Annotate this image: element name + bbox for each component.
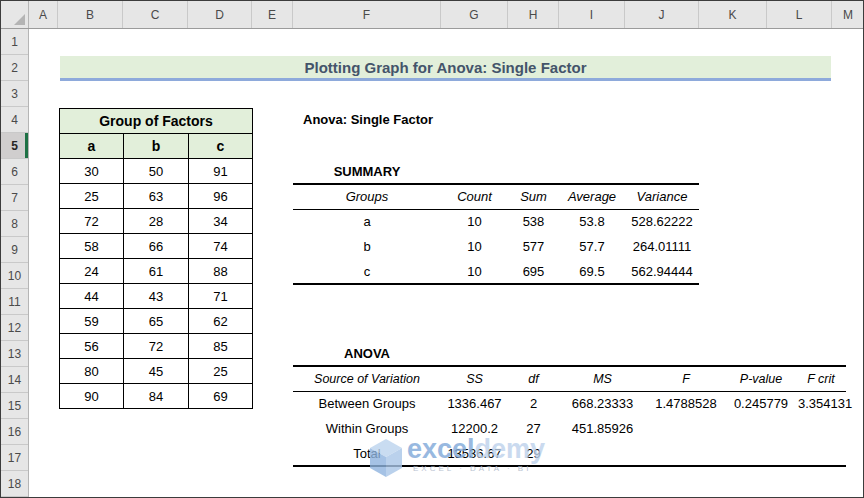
cell[interactable]: 56 — [60, 334, 124, 359]
cell[interactable]: Within Groups — [293, 416, 441, 441]
cell[interactable]: F crit — [796, 366, 846, 391]
cell[interactable]: 695 — [508, 259, 559, 284]
cell[interactable]: 43 — [124, 284, 189, 309]
row-header-11[interactable]: 11 — [1, 289, 28, 315]
cell[interactable]: 29 — [508, 441, 559, 466]
column-header-K[interactable]: K — [699, 1, 767, 28]
cell[interactable]: 80 — [60, 359, 124, 384]
cell[interactable]: 61 — [124, 259, 189, 284]
cell[interactable]: 72 — [124, 334, 189, 359]
row-header-9[interactable]: 9 — [1, 237, 28, 263]
cell[interactable]: 3.354131 — [796, 391, 846, 416]
column-header-M[interactable]: M — [832, 1, 864, 28]
cell[interactable]: 24 — [60, 259, 124, 284]
column-header-D[interactable]: D — [188, 1, 252, 28]
cell[interactable]: 91 — [189, 159, 253, 184]
cell[interactable]: 66 — [124, 234, 189, 259]
cell[interactable]: 65 — [124, 309, 189, 334]
group-table-title-cell[interactable]: Group of Factors — [60, 109, 253, 134]
row-header-12[interactable]: 12 — [1, 315, 28, 341]
cell[interactable]: Between Groups — [293, 391, 441, 416]
column-header-E[interactable]: E — [252, 1, 293, 28]
summary-label-cell[interactable]: SUMMARY — [293, 159, 441, 185]
column-header-J[interactable]: J — [625, 1, 699, 28]
cell[interactable]: P-value — [726, 366, 796, 391]
cell[interactable]: Variance — [625, 184, 699, 209]
cell[interactable]: Total — [293, 441, 441, 466]
column-header-F[interactable]: F — [293, 1, 441, 28]
column-header-I[interactable]: I — [559, 1, 625, 28]
cell[interactable]: 562.94444 — [625, 259, 699, 284]
cell[interactable]: 2 — [508, 391, 559, 416]
cell[interactable]: 72 — [60, 209, 124, 234]
cell[interactable]: 264.01111 — [625, 234, 699, 259]
cell[interactable]: SS — [441, 366, 508, 391]
cell[interactable]: 45 — [124, 359, 189, 384]
cell[interactable]: Count — [441, 184, 508, 209]
cell[interactable]: Sum — [508, 184, 559, 209]
cell[interactable]: 25 — [189, 359, 253, 384]
cell[interactable]: 25 — [60, 184, 124, 209]
cell[interactable]: 27 — [508, 416, 559, 441]
row-header-3[interactable]: 3 — [1, 81, 28, 107]
cell[interactable]: 12200.2 — [441, 416, 508, 441]
cell[interactable]: 74 — [189, 234, 253, 259]
cell[interactable]: 85 — [189, 334, 253, 359]
cell[interactable]: 538 — [508, 209, 559, 234]
column-header-B[interactable]: B — [58, 1, 123, 28]
column-header-L[interactable]: L — [767, 1, 832, 28]
cell[interactable]: 88 — [189, 259, 253, 284]
cell[interactable]: b — [124, 134, 189, 159]
cell[interactable]: 1.4788528 — [646, 391, 726, 416]
cell[interactable] — [726, 416, 796, 441]
cell[interactable] — [726, 441, 796, 466]
row-header-8[interactable]: 8 — [1, 211, 28, 237]
anova-label-cell[interactable]: ANOVA — [293, 341, 441, 367]
cell[interactable]: 58 — [60, 234, 124, 259]
cell[interactable]: c — [293, 259, 441, 284]
cell[interactable]: 30 — [60, 159, 124, 184]
cell[interactable]: 59 — [60, 309, 124, 334]
cell[interactable]: 69 — [189, 384, 253, 409]
row-header-18[interactable]: 18 — [1, 471, 28, 497]
row-header-7[interactable]: 7 — [1, 185, 28, 211]
cell[interactable]: 44 — [60, 284, 124, 309]
row-header-6[interactable]: 6 — [1, 159, 28, 185]
column-header-H[interactable]: H — [508, 1, 559, 28]
column-header-G[interactable]: G — [441, 1, 508, 28]
row-header-13[interactable]: 13 — [1, 341, 28, 367]
select-all-corner[interactable] — [1, 1, 29, 28]
cell[interactable]: 34 — [189, 209, 253, 234]
row-header-15[interactable]: 15 — [1, 393, 28, 419]
cell[interactable]: 1336.467 — [441, 391, 508, 416]
cell[interactable]: 84 — [124, 384, 189, 409]
cell[interactable]: 63 — [124, 184, 189, 209]
cell[interactable]: 13536.67 — [441, 441, 508, 466]
row-header-4[interactable]: 4 — [1, 107, 28, 133]
column-header-C[interactable]: C — [123, 1, 188, 28]
cell[interactable]: 62 — [189, 309, 253, 334]
row-header-16[interactable]: 16 — [1, 419, 28, 445]
cell[interactable] — [796, 441, 846, 466]
row-header-10[interactable]: 10 — [1, 263, 28, 289]
cell[interactable]: 577 — [508, 234, 559, 259]
cell[interactable]: 57.7 — [559, 234, 625, 259]
title-banner-cell[interactable]: Plotting Graph for Anova: Single Factor — [60, 56, 831, 81]
cell[interactable] — [559, 441, 646, 466]
cell[interactable]: 53.8 — [559, 209, 625, 234]
cell[interactable]: Average — [559, 184, 625, 209]
row-header-17[interactable]: 17 — [1, 445, 28, 471]
cell[interactable]: 10 — [441, 234, 508, 259]
cell[interactable]: 69.5 — [559, 259, 625, 284]
cell[interactable]: 10 — [441, 209, 508, 234]
cell[interactable]: a — [60, 134, 124, 159]
cell[interactable]: MS — [559, 366, 646, 391]
row-header-1[interactable]: 1 — [1, 29, 28, 55]
cell[interactable]: Source of Variation — [293, 366, 441, 391]
cell[interactable]: 668.23333 — [559, 391, 646, 416]
cell[interactable]: 0.245779 — [726, 391, 796, 416]
row-header-5[interactable]: 5 — [1, 133, 28, 159]
cell[interactable] — [796, 416, 846, 441]
cell[interactable]: 50 — [124, 159, 189, 184]
cell[interactable]: 96 — [189, 184, 253, 209]
